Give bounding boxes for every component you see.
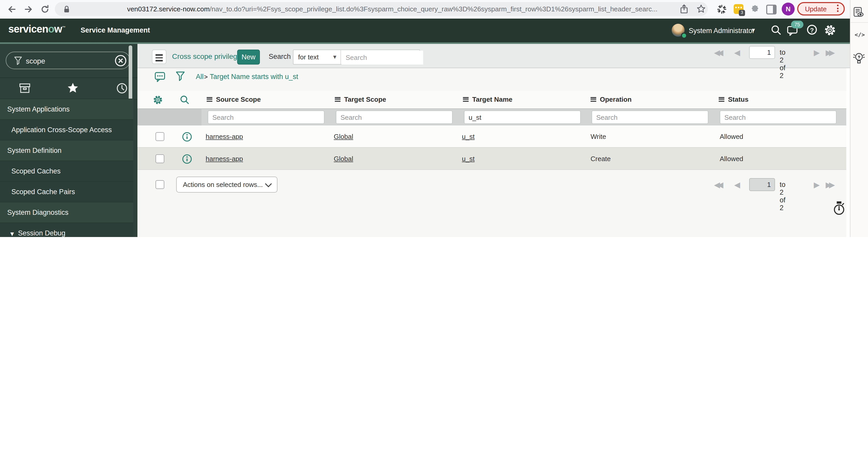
puzzle-extensions-icon[interactable] (750, 5, 759, 13)
list-search-input[interactable] (342, 50, 423, 65)
navigator-filter-input[interactable] (25, 54, 110, 68)
product-name: Service Management (81, 26, 150, 34)
next-page-icon[interactable]: ▶ (814, 48, 820, 57)
page-number-input[interactable] (749, 178, 775, 191)
browser-toolbar: ven03172.service-now.com/nav_to.do?uri=%… (0, 0, 850, 19)
favorites-star-icon[interactable] (67, 82, 79, 94)
logo-part: w (54, 23, 62, 35)
column-header-target-scope[interactable]: Target Scope (335, 91, 386, 108)
clear-filter-icon[interactable] (115, 55, 127, 66)
navigator-sidebar: System Applications Application Cross-Sc… (0, 44, 137, 237)
last-page-icon[interactable]: ▶▶ (826, 180, 835, 190)
filter-input-source-scope[interactable] (208, 110, 324, 124)
list-settings-gear-icon[interactable] (153, 95, 163, 105)
global-search-icon[interactable] (771, 25, 782, 36)
prev-page-icon[interactable]: ◀ (734, 48, 740, 57)
filter-input-target-name[interactable] (464, 110, 581, 124)
sidebar-item-session-debug[interactable]: ▼Session Debug (0, 223, 133, 237)
column-label: Target Name (472, 96, 513, 103)
cell-source-scope[interactable]: harness-app (206, 148, 243, 170)
new-button[interactable]: New (237, 49, 260, 65)
column-menu-icon[interactable] (719, 97, 724, 102)
chrome-menu-icon[interactable] (837, 5, 839, 13)
sidebar-item-scoped-cache-pairs[interactable]: Scoped Cache Pairs (0, 181, 133, 202)
first-page-icon[interactable]: ◀◀ (714, 48, 723, 57)
browser-profile-avatar[interactable]: N (782, 3, 795, 15)
column-header-source-scope[interactable]: Source Scope (207, 91, 261, 108)
logo-part: servicen (8, 23, 48, 35)
navigator-filter[interactable] (6, 52, 130, 69)
select-all-checkbox[interactable] (156, 180, 164, 189)
lock-icon[interactable] (63, 5, 70, 13)
column-header-operation[interactable]: Operation (591, 91, 632, 108)
cell-source-scope[interactable]: harness-app (206, 126, 243, 148)
filter-funnel-icon (14, 56, 22, 65)
cell-operation: Create (591, 148, 611, 170)
cell-target-scope[interactable]: Global (334, 126, 353, 148)
navigator-tabs (0, 77, 137, 100)
sidebar-item-application-cross-scope-access[interactable]: Application Cross-Scope Access (0, 119, 133, 140)
last-page-icon[interactable]: ▶▶ (826, 48, 835, 57)
expanded-caret-icon[interactable]: ▼ (10, 231, 14, 236)
address-bar[interactable]: ven03172.service-now.com/nav_to.do?uri=%… (55, 2, 708, 16)
sidebar-item-scoped-caches[interactable]: Scoped Caches (0, 161, 133, 181)
search-type-value: for text (298, 53, 319, 61)
first-page-icon[interactable]: ◀◀ (714, 180, 723, 190)
prev-page-icon[interactable]: ◀ (734, 180, 740, 190)
screen: ven03172.service-now.com/nav_to.do?uri=%… (0, 0, 868, 237)
row-checkbox[interactable] (156, 155, 164, 163)
search-type-select[interactable]: for text▼ (293, 50, 341, 64)
share-icon[interactable] (680, 4, 688, 14)
filter-input-target-scope[interactable] (336, 110, 453, 124)
user-menu-caret-icon[interactable]: ▼ (752, 28, 755, 33)
user-menu[interactable]: System Administrator (689, 27, 754, 35)
breadcrumb-all-link[interactable]: All (196, 73, 204, 80)
code-extension-icon[interactable]: </> (852, 32, 867, 38)
row-info-icon[interactable] (182, 154, 192, 164)
breadcrumb-condition-link[interactable]: Target Name starts with u_st (210, 73, 298, 80)
reader-document-icon[interactable] (853, 7, 864, 18)
back-icon[interactable] (7, 5, 17, 14)
sidebar-item-system-applications[interactable]: System Applications (0, 99, 133, 119)
column-menu-icon[interactable] (335, 97, 340, 102)
column-header-status[interactable]: Status (719, 91, 748, 108)
column-search-icon[interactable] (180, 95, 190, 105)
row-range-label: to 2 of 2 (780, 181, 785, 212)
url-text: ven03172.service-now.com/nav_to.do?uri=%… (127, 2, 726, 16)
settings-gear-icon[interactable] (824, 24, 836, 36)
app-banner: servicenow™ Service Management System Ad… (0, 19, 850, 44)
list-title-link[interactable]: Cross scope privileges (172, 52, 245, 60)
idea-bulb-icon[interactable] (853, 52, 865, 65)
row-info-icon[interactable] (182, 132, 192, 142)
row-checkbox[interactable] (156, 132, 164, 141)
next-page-icon[interactable]: ▶ (814, 180, 820, 190)
reload-icon[interactable] (40, 5, 50, 14)
bookmark-star-icon[interactable] (696, 4, 706, 13)
list-refresh-timer-icon[interactable] (833, 201, 845, 216)
forward-icon[interactable] (24, 5, 33, 14)
history-clock-icon[interactable] (116, 82, 128, 94)
filter-input-operation[interactable] (592, 110, 708, 124)
servicenow-logo[interactable]: servicenow™ (8, 23, 65, 35)
all-applications-icon[interactable] (19, 83, 30, 94)
list-context-menu-button[interactable] (152, 49, 166, 64)
cell-target-scope[interactable]: Global (334, 148, 353, 170)
actions-dropdown[interactable]: Actions on selected rows... (176, 177, 277, 193)
spinner-extension-icon[interactable] (717, 5, 726, 14)
list-search-combo: for text▼ (293, 49, 420, 65)
column-menu-icon[interactable] (591, 97, 596, 102)
sidebar-item-system-diagnostics[interactable]: System Diagnostics (0, 202, 133, 223)
column-header-target-name[interactable]: Target Name (463, 91, 513, 108)
help-icon[interactable]: ? (807, 25, 817, 35)
column-menu-icon[interactable] (207, 97, 212, 102)
list-filter-icon[interactable] (176, 71, 185, 81)
column-menu-icon[interactable] (463, 97, 469, 102)
filter-input-status[interactable] (720, 110, 836, 124)
side-panel-icon[interactable] (766, 5, 777, 14)
cell-target-name[interactable]: u_st (462, 126, 474, 148)
sidebar-item-system-definition[interactable]: System Definition (0, 140, 133, 161)
list-chat-icon[interactable] (154, 72, 166, 83)
page-number-input[interactable] (749, 46, 775, 59)
notification-badge: 75 (791, 21, 803, 28)
cell-target-name[interactable]: u_st (462, 148, 474, 170)
